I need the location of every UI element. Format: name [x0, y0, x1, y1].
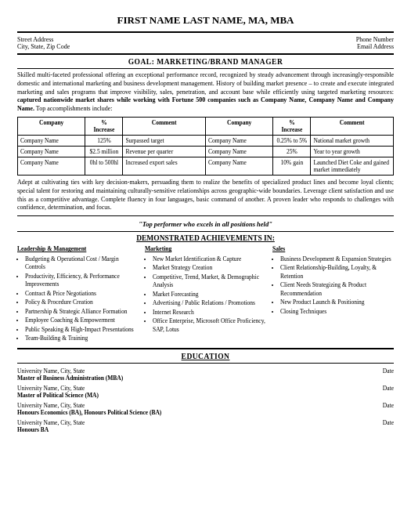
goal-body: Skilled multi-faceted professional offer… [17, 71, 394, 114]
cell-company1: Company Name [18, 157, 85, 175]
cell-comment2: Launched Diet Coke and gained market imm… [311, 157, 394, 175]
education-entry: University Name, City, State Honours Eco… [17, 402, 394, 416]
education-entry: University Name, City, State Master of B… [17, 367, 394, 382]
city-state-zip: City, State, Zip Code [17, 43, 70, 50]
cell-increase2: 25% [273, 146, 311, 157]
list-item: Budgeting & Operational Cost / Margin Co… [25, 255, 139, 272]
education-title: EDUCATION [17, 353, 394, 360]
cell-increase2: 0.25% to 5% [273, 135, 311, 146]
th-company1: Company [18, 117, 85, 135]
edu-degree: Master of Political Science (MA) [17, 392, 377, 399]
marketing-title: Marketing [145, 245, 266, 254]
address-block: Street Address City, State, Zip Code [17, 36, 70, 50]
body-paragraph-2: Adept at cultivating ties with key decis… [17, 179, 394, 212]
education-section: University Name, City, State Master of B… [17, 367, 394, 433]
table-row: Company Name 125% Surpassed target Compa… [18, 135, 394, 146]
phone-number: Phone Number [356, 36, 394, 43]
leadership-title: Leadership & Management [17, 245, 139, 254]
list-item: Closing Techniques [280, 308, 394, 317]
education-entry: University Name, City, State Master of P… [17, 385, 394, 399]
list-item: Advertising / Public Relations / Promoti… [153, 299, 266, 308]
edu-left: University Name, City, State Master of P… [17, 385, 377, 399]
table-row: Company Name 0hl to 500hl Increased expo… [18, 157, 394, 175]
leadership-column: Leadership & Management Budgeting & Oper… [17, 245, 139, 344]
edu-university: University Name, City, State [17, 367, 377, 375]
email-address: Email Address [356, 43, 394, 50]
edu-degree: Honours BA [17, 426, 377, 433]
cell-increase1: 125% [85, 135, 123, 146]
cell-comment1: Surpassed target [123, 135, 206, 146]
quote-divider-bottom [17, 231, 394, 232]
edu-left: University Name, City, State Master of B… [17, 367, 377, 382]
list-item: Team-Building & Training [25, 335, 139, 343]
list-item: Office Enterprise, Microsoft Office Prof… [153, 317, 266, 334]
achievements-columns: Leadership & Management Budgeting & Oper… [17, 245, 394, 344]
list-item: Market Forecasting [153, 291, 266, 299]
cell-increase1: 0hl to 500hl [85, 157, 123, 175]
list-item: Contract & Price Negotiations [25, 290, 139, 299]
accomplishments-table: Company %Increase Comment Company %Incre… [17, 117, 394, 176]
list-item: Policy & Procedure Creation [25, 299, 139, 307]
list-item: Public Speaking & High-Impact Presentati… [25, 326, 139, 335]
edu-date: Date [377, 367, 394, 375]
th-comment2: Comment [311, 117, 394, 135]
edu-degree: Master of Business Administration (MBA) [17, 375, 377, 382]
sales-list: Business Development & Expansion Strateg… [272, 255, 394, 317]
contact-row: Street Address City, State, Zip Code Pho… [17, 36, 394, 50]
cell-company1: Company Name [18, 135, 85, 146]
street-address: Street Address [17, 36, 70, 43]
demonstrated-title: DEMONSTRATED ACHIEVEMENTS IN: [17, 234, 394, 242]
marketing-column: Marketing New Market Identification & Ca… [145, 245, 266, 344]
edu-left: University Name, City, State Honours Eco… [17, 402, 377, 416]
list-item: Internet Research [153, 309, 266, 317]
header-divider-top [17, 31, 394, 33]
th-comment1: Comment [123, 117, 206, 135]
cell-comment1: Revenue per quarter [123, 146, 206, 157]
th-pct2: %Increase [273, 117, 311, 135]
edu-date: Date [377, 419, 394, 426]
th-company2: Company [205, 117, 272, 135]
list-item: Employee Coaching & Empowerment [25, 317, 139, 325]
leadership-list: Budgeting & Operational Cost / Margin Co… [17, 255, 139, 343]
marketing-list: New Market Identification & CaptureMarke… [145, 255, 266, 335]
education-entry: University Name, City, State Honours BA … [17, 419, 394, 433]
list-item: Client Relationship-Building, Loyalty, &… [280, 264, 394, 280]
goal-title: GOAL: MARKETING/BRAND MANAGER [17, 58, 394, 66]
table-row: Company Name $2.5 million Revenue per qu… [18, 146, 394, 157]
edu-date: Date [377, 402, 394, 409]
edu-university: University Name, City, State [17, 402, 377, 409]
list-item: Productivity, Efficiency, & Performance … [25, 273, 139, 289]
cell-comment2: National market growth [311, 135, 394, 146]
list-item: New Market Identification & Capture [153, 255, 266, 264]
education-divider-top [17, 348, 394, 349]
phone-email-block: Phone Number Email Address [356, 36, 394, 50]
full-name: FIRST NAME LAST NAME, MA, MBA [17, 14, 394, 27]
sales-title: Sales [272, 245, 394, 254]
cell-company2: Company Name [205, 135, 272, 146]
quote-divider-top [17, 215, 394, 216]
list-item: Business Development & Expansion Strateg… [280, 255, 394, 264]
goal-divider [17, 68, 394, 69]
list-item: Client Needs Strategizing & Product Reco… [280, 281, 394, 298]
cell-comment2: Year to year growth [311, 146, 394, 157]
cell-comment1: Increased export sales [123, 157, 206, 175]
cell-company1: Company Name [18, 146, 85, 157]
list-item: Market Strategy Creation [153, 264, 266, 273]
edu-university: University Name, City, State [17, 419, 377, 426]
cell-increase2: 10% gain [273, 157, 311, 175]
cell-increase1: $2.5 million [85, 146, 123, 157]
th-pct1: %Increase [85, 117, 123, 135]
cell-company2: Company Name [205, 146, 272, 157]
list-item: New Product Launch & Positioning [280, 299, 394, 307]
quote: "Top performer who excels in all positio… [17, 220, 394, 228]
edu-date: Date [377, 385, 394, 392]
list-item: Partnership & Strategic Alliance Formati… [25, 308, 139, 317]
edu-degree: Honours Economics (BA), Honours Politica… [17, 409, 377, 416]
list-item: Competitive, Trend, Market, & Demographi… [153, 273, 266, 290]
cell-company2: Company Name [205, 157, 272, 175]
edu-left: University Name, City, State Honours BA [17, 419, 377, 433]
education-divider-bottom [17, 363, 394, 364]
edu-university: University Name, City, State [17, 385, 377, 392]
sales-column: Sales Business Development & Expansion S… [272, 245, 394, 344]
header-divider-bottom [17, 53, 394, 55]
